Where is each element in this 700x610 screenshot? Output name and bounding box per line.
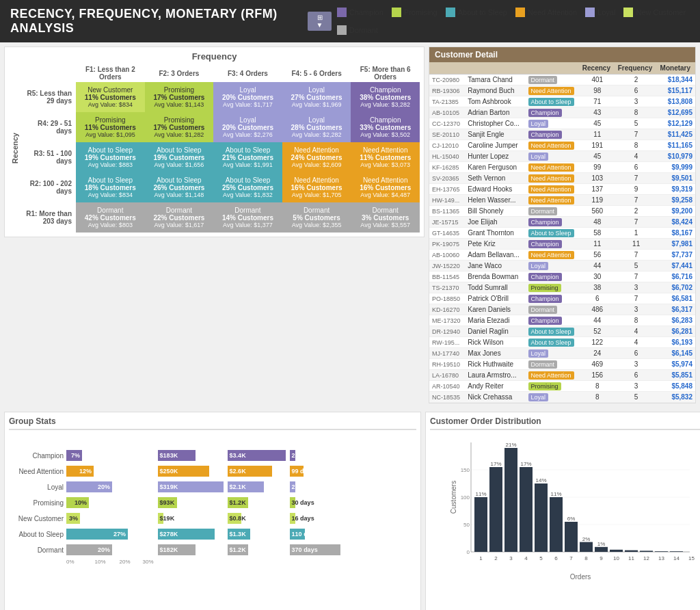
table-row[interactable]: TC-20980 Tamara Chand Dormant 401 2 $18,…: [429, 75, 695, 85]
svg-text:7: 7: [569, 555, 573, 561]
table-row[interactable]: RH-19510 Rick Huthwaite Dormant 469 3 $5…: [429, 359, 695, 370]
table-row[interactable]: KF-16285 Karen Ferguson Need Attention 9…: [429, 162, 695, 173]
customer-id: PK-19075: [429, 239, 465, 250]
chart-bar: [625, 551, 638, 552]
table-row[interactable]: EH-13765 Edward Hooks Need Attention 137…: [429, 184, 695, 195]
rfm-row-label-3: R2: 100 - 202 days: [21, 172, 76, 202]
rfm-cell-r2-c3[interactable]: Need Attention24% CustomersAvg Value: $2…: [282, 142, 351, 172]
rfm-cell-r1-c3[interactable]: Loyal28% CustomersAvg Value: $2,282: [282, 112, 351, 142]
rfm-cell-r2-c4[interactable]: Need Attention11% CustomersAvg Value: $3…: [351, 142, 420, 172]
table-row[interactable]: BB-11545 Brenda Bowman Champion 30 7 $6,…: [429, 271, 695, 282]
customer-recency: 156: [580, 370, 615, 381]
rfm-cell-r2-c2[interactable]: About to Sleep21% CustomersAvg Value: $1…: [213, 142, 282, 172]
stats-row: $1.3K: [228, 527, 286, 541]
customer-segment: Loyal: [526, 261, 580, 271]
customer-name: Tamara Chand: [465, 75, 525, 85]
rfm-cell-r0-c0[interactable]: New Customer11% CustomersAvg Value: $834: [76, 82, 145, 112]
customer-monetary: $5,851: [658, 370, 695, 381]
legend-sleep-color: [446, 8, 455, 17]
table-row[interactable]: PO-18850 Patrick O'Brill Champion 6 7 $6…: [429, 293, 695, 304]
customer-segment: Need Attention: [526, 173, 580, 184]
rfm-cell-r4-c3[interactable]: Dormant5% CustomersAvg Value: $2,355: [282, 202, 351, 233]
table-row[interactable]: NC-18535 Nick Crehassa Loyal 8 5 $5,832: [429, 392, 695, 403]
customer-recency: 24: [580, 348, 615, 359]
legend-attention-color: [515, 8, 525, 17]
table-row[interactable]: JE-15715 Joe Elijah Champion 48 7 $8,424: [429, 217, 695, 228]
customer-name: Todd Sumrall: [465, 282, 525, 293]
freq-col-5: F5: More than 6Orders: [351, 64, 420, 82]
table-row[interactable]: TA-21385 Tom Ashbrook About to Sleep 71 …: [429, 96, 695, 107]
group-label: Promising: [9, 499, 64, 507]
table-row[interactable]: JW-15220 Jane Waco Loyal 44 5 $7,441: [429, 261, 695, 271]
rfm-cell-r3-c2[interactable]: About to Sleep25% CustomersAvg Value: $1…: [213, 172, 282, 202]
customer-frequency: 8: [615, 140, 658, 151]
legend-promising-color: [392, 8, 401, 17]
rfm-cell-r2-c1[interactable]: About to Sleep19% CustomersAvg Value: $1…: [145, 142, 214, 172]
table-row[interactable]: ME-17320 Maria Etezadi Champion 44 8 $6,…: [429, 315, 695, 326]
customer-id: HW-149...: [429, 195, 465, 206]
rfm-cell-r3-c0[interactable]: About to Sleep18% CustomersAvg Value: $8…: [76, 172, 145, 202]
customer-recency: 45: [580, 151, 615, 162]
rfm-cell-r4-c2[interactable]: Dormant14% CustomersAvg Value: $1,377: [213, 202, 282, 233]
table-row[interactable]: AB-10105 Adrian Barton Champion 43 8 $12…: [429, 107, 695, 118]
table-row[interactable]: PK-19075 Pete Kriz Champion 11 11 $7,981: [429, 239, 695, 250]
rfm-cell-r3-c3[interactable]: Need Attention16% CustomersAvg Value: $1…: [282, 172, 351, 202]
customer-table: Recency Frequency Monetary TC-20980 Tama…: [429, 62, 695, 403]
table-row[interactable]: KD-16270 Karen Daniels Dormant 486 3 $6,…: [429, 304, 695, 315]
table-row[interactable]: LA-16780 Laura Armstro... Need Attention…: [429, 370, 695, 381]
order-dist-chart: Customers05010015011%117%221%317%414%511…: [450, 436, 700, 586]
table-row[interactable]: SE-20110 Sanjit Engle Champion 11 7 $11,…: [429, 129, 695, 140]
customer-frequency: 7: [615, 293, 658, 304]
table-row[interactable]: BS-11365 Bill Shonely Dormant 560 2 $9,2…: [429, 206, 695, 217]
rfm-cell-r1-c2[interactable]: Loyal20% CustomersAvg Value: $2,276: [213, 112, 282, 142]
customer-name: Adam Bellavan...: [465, 250, 525, 261]
rfm-cell-r0-c1[interactable]: Promising17% CustomersAvg Value: $1,143: [145, 82, 214, 112]
rfm-cell-r0-c3[interactable]: Loyal27% CustomersAvg Value: $1,969: [282, 82, 351, 112]
filter-button[interactable]: ⊞ ▼: [308, 12, 331, 31]
stats-row: $183K: [158, 449, 224, 462]
rfm-cell-r1-c4[interactable]: Champion33% CustomersAvg Value: $3,502: [351, 112, 420, 142]
table-row[interactable]: CC-12370 Christopher Co... Loyal 45 5 $1…: [429, 118, 695, 129]
rfm-cell-r4-c4[interactable]: Dormant3% CustomersAvg Value: $3,557: [351, 202, 420, 233]
rfm-cell-r1-c0[interactable]: Promising11% CustomersAvg Value: $1,095: [76, 112, 145, 142]
table-row[interactable]: RB-19306 Raymond Buch Need Attention 98 …: [429, 85, 695, 96]
rfm-cell-r3-c1[interactable]: About to Sleep26% CustomersAvg Value: $1…: [145, 172, 214, 202]
rfm-cell-r0-c2[interactable]: Loyal20% CustomersAvg Value: $1,717: [213, 82, 282, 112]
customer-id: JW-15220: [429, 261, 465, 271]
stats-bar-days: 16 days: [290, 513, 295, 524]
customer-name: Laura Armstro...: [465, 370, 525, 381]
customer-recency: 191: [580, 140, 615, 151]
chart-bar: [474, 497, 487, 552]
customer-name: Jane Waco: [465, 261, 525, 271]
table-row[interactable]: RW-195... Rick Wilson About to Sleep 122…: [429, 337, 695, 348]
customer-recency: 44: [580, 261, 615, 271]
table-row[interactable]: AB-10060 Adam Bellavan... Need Attention…: [429, 250, 695, 261]
rfm-cell-r4-c0[interactable]: Dormant42% CustomersAvg Value: $803: [76, 202, 145, 233]
table-row[interactable]: AR-10540 Andy Reiter Promising 8 3 $5,84…: [429, 381, 695, 392]
chart-bar: [535, 483, 548, 552]
table-row[interactable]: TS-21370 Todd Sumrall Promising 38 3 $6,…: [429, 282, 695, 293]
table-row[interactable]: GT-14635 Grant Thornton About to Sleep 5…: [429, 228, 695, 239]
header: RECENCY, FREQUENCY, MONETARY (RFM) ANALY…: [0, 0, 700, 42]
order-dist-title: Customer Order Distribution: [430, 416, 700, 430]
rfm-cell-r0-c4[interactable]: Champion38% CustomersAvg Value: $3,282: [351, 82, 420, 112]
rfm-cell-r2-c0[interactable]: About to Sleep19% CustomersAvg Value: $8…: [76, 142, 145, 172]
table-row[interactable]: SV-20365 Seth Vernon Need Attention 103 …: [429, 173, 695, 184]
customer-recency: 560: [580, 206, 615, 217]
table-row[interactable]: MJ-17740 Max Jones Loyal 24 6 $6,145: [429, 348, 695, 359]
table-row[interactable]: HL-15040 Hunter Lopez Loyal 45 4 $10,979: [429, 151, 695, 162]
table-row[interactable]: CJ-12010 Caroline Jumper Need Attention …: [429, 140, 695, 151]
customer-id: BS-11365: [429, 206, 465, 217]
customer-id: NC-18535: [429, 392, 465, 403]
rfm-cell-r4-c1[interactable]: Dormant22% CustomersAvg Value: $1,617: [145, 202, 214, 233]
rfm-cell-r1-c1[interactable]: Promising17% CustomersAvg Value: $1,282: [145, 112, 214, 142]
rfm-cell-r3-c4[interactable]: Need Attention16% CustomersAvg Value: $4…: [351, 172, 420, 202]
customer-frequency: 8: [615, 315, 658, 326]
customer-id: TC-20980: [429, 75, 465, 85]
customer-name: Maria Etezadi: [465, 315, 525, 326]
svg-text:12: 12: [643, 555, 649, 561]
table-row[interactable]: DR-12940 Daniel Raglin About to Sleep 52…: [429, 326, 695, 337]
customer-monetary: $9,200: [658, 206, 695, 217]
table-row[interactable]: HW-149... Helen Wasser... Need Attention…: [429, 195, 695, 206]
customer-segment: Dormant: [526, 75, 580, 85]
